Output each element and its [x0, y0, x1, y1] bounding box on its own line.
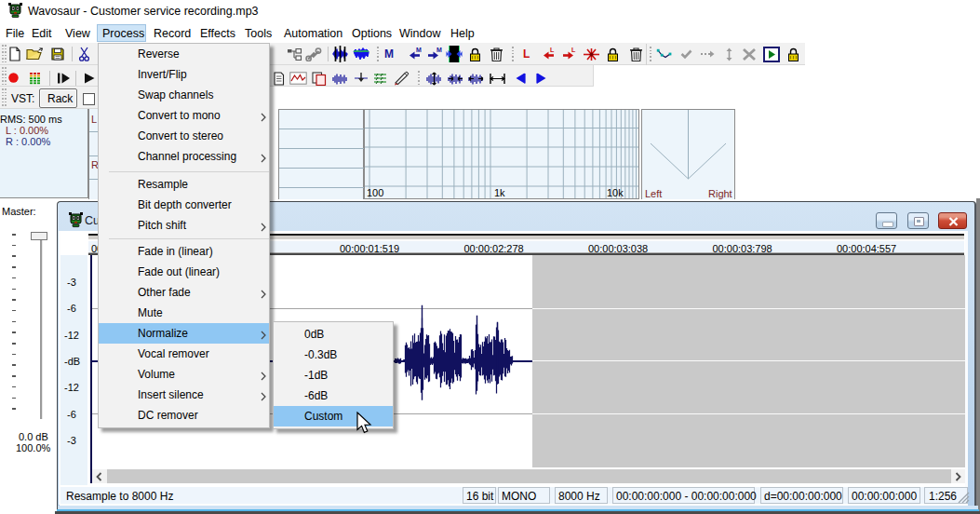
svg-text:M: M: [436, 47, 442, 53]
svg-text:L: L: [550, 47, 555, 53]
svg-text:M: M: [416, 47, 422, 53]
svg-text:L: L: [571, 47, 576, 53]
